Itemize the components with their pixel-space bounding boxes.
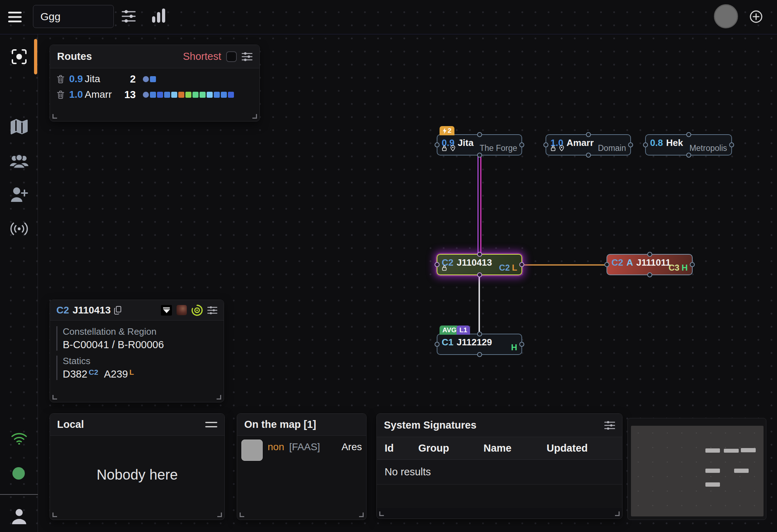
sidebar-item-connection[interactable] bbox=[0, 426, 38, 451]
resize-handle-right[interactable] bbox=[615, 511, 620, 516]
node-handle-top[interactable] bbox=[477, 132, 482, 137]
minimap-panel[interactable] bbox=[627, 418, 766, 520]
column-group[interactable]: Group bbox=[418, 442, 483, 454]
node-handle-bottom[interactable] bbox=[586, 153, 591, 158]
route-destination[interactable]: Amarr bbox=[85, 89, 122, 100]
profile-icon bbox=[11, 509, 27, 524]
node-handle-top[interactable] bbox=[686, 132, 691, 137]
route-jump-segment bbox=[150, 92, 156, 98]
signatures-settings-icon[interactable] bbox=[604, 421, 615, 430]
on-the-map-header[interactable]: On the map [1] bbox=[237, 414, 366, 436]
system-node-amarr[interactable]: 1.0 Amarr Domain bbox=[546, 134, 631, 155]
delete-route-icon[interactable] bbox=[57, 75, 65, 83]
activity-target-icon[interactable] bbox=[191, 305, 203, 316]
route-row-amarr[interactable]: 1.0 Amarr 13 bbox=[50, 87, 259, 102]
edge-j110413-j111011[interactable] bbox=[522, 264, 606, 266]
pilot-name[interactable]: non bbox=[268, 441, 284, 453]
delete-route-icon[interactable] bbox=[57, 91, 65, 99]
system-node-hek[interactable]: 0.8 Hek Metropolis bbox=[645, 134, 732, 155]
panel-title: System Signatures bbox=[384, 419, 476, 431]
map-settings-sliders-icon[interactable] bbox=[122, 10, 136, 23]
route-security: 1.0 bbox=[69, 89, 85, 100]
node-handle-bottom[interactable] bbox=[477, 153, 482, 158]
minimap-node-bar bbox=[724, 449, 739, 453]
user-avatar[interactable] bbox=[714, 4, 738, 28]
sovereignty-flag-icon[interactable] bbox=[161, 305, 172, 316]
node-handle-top[interactable] bbox=[477, 332, 482, 336]
resize-handle-right[interactable] bbox=[217, 513, 222, 517]
copy-icon[interactable] bbox=[114, 306, 121, 315]
resize-handle-left[interactable] bbox=[240, 513, 244, 517]
resize-handle-left[interactable] bbox=[379, 511, 384, 516]
static-code[interactable]: A239 bbox=[104, 368, 128, 380]
node-handle-left[interactable] bbox=[643, 142, 648, 147]
map-name-input[interactable] bbox=[33, 5, 114, 28]
node-handle-left[interactable] bbox=[435, 142, 440, 147]
route-destination[interactable]: Jita bbox=[85, 73, 122, 85]
sidebar-item-broadcast[interactable] bbox=[0, 216, 38, 241]
node-handle-bottom[interactable] bbox=[647, 272, 652, 277]
pilot-portrait[interactable] bbox=[241, 440, 263, 461]
statistics-chart-icon[interactable] bbox=[151, 8, 167, 23]
sidebar-divider bbox=[0, 494, 38, 495]
system-node-j110413-selected[interactable]: C2 J110413 C2 L bbox=[437, 254, 522, 275]
node-handle-top[interactable] bbox=[477, 252, 482, 257]
node-handle-left[interactable] bbox=[604, 262, 609, 267]
edge-jita-j110413-a[interactable] bbox=[477, 155, 479, 255]
resize-handle-right[interactable] bbox=[217, 395, 221, 400]
resize-handle-left[interactable] bbox=[52, 513, 57, 517]
minimap-viewport[interactable] bbox=[631, 426, 764, 516]
node-handle-left[interactable] bbox=[435, 342, 440, 347]
node-handle-top[interactable] bbox=[647, 252, 652, 257]
signatures-column-header[interactable]: Id Group Name Updated bbox=[377, 437, 622, 460]
system-info-header[interactable]: C2 J110413 bbox=[50, 300, 224, 321]
routes-settings-icon[interactable] bbox=[242, 52, 252, 61]
column-id[interactable]: Id bbox=[385, 442, 418, 454]
pilot-row[interactable]: non [FAAS] Ares bbox=[237, 436, 366, 461]
system-effect-thumbnail[interactable] bbox=[177, 305, 187, 315]
node-handle-right[interactable] bbox=[519, 342, 524, 347]
sidebar-item-tracking[interactable] bbox=[0, 44, 38, 69]
resize-handle-left[interactable] bbox=[52, 114, 57, 119]
edge-jita-j110413-b[interactable] bbox=[480, 155, 481, 255]
sidebar-item-map[interactable] bbox=[0, 114, 38, 139]
resize-handle-right[interactable] bbox=[252, 114, 257, 119]
edge-j110413-j112129[interactable] bbox=[479, 275, 480, 334]
system-node-j112129[interactable]: AVG L1 C1 J112129 H bbox=[437, 334, 522, 355]
node-handle-left[interactable] bbox=[435, 262, 440, 267]
resize-handle-right[interactable] bbox=[359, 513, 364, 517]
node-handle-right[interactable] bbox=[519, 142, 524, 147]
local-menu-icon[interactable] bbox=[205, 422, 217, 428]
local-panel-header[interactable]: Local bbox=[50, 414, 224, 436]
shortest-checkbox[interactable] bbox=[226, 51, 237, 62]
node-handle-bottom[interactable] bbox=[477, 272, 482, 277]
static-security: L bbox=[129, 368, 134, 377]
sidebar-item-add-character[interactable] bbox=[0, 182, 38, 207]
system-node-jita[interactable]: 2 0.9 Jita The Forge bbox=[437, 134, 522, 155]
signatures-header[interactable]: System Signatures bbox=[377, 414, 622, 437]
column-updated[interactable]: Updated bbox=[547, 442, 614, 454]
system-node-j111011[interactable]: C2 A J111011 C3 H bbox=[606, 254, 693, 275]
info-settings-icon[interactable] bbox=[207, 306, 217, 315]
static-code[interactable]: D382 bbox=[63, 368, 87, 380]
node-handle-top[interactable] bbox=[586, 132, 591, 137]
resize-handle-left[interactable] bbox=[52, 395, 57, 400]
node-handle-right[interactable] bbox=[519, 262, 524, 267]
sidebar-item-profile[interactable] bbox=[0, 504, 38, 529]
node-handle-bottom[interactable] bbox=[477, 352, 482, 357]
route-mode-label[interactable]: Shortest bbox=[183, 51, 221, 62]
column-name[interactable]: Name bbox=[483, 442, 547, 454]
menu-icon[interactable] bbox=[8, 11, 22, 23]
sidebar-item-characters[interactable] bbox=[0, 149, 38, 174]
node-handle-left[interactable] bbox=[543, 142, 548, 147]
add-map-icon[interactable] bbox=[749, 10, 763, 23]
routes-panel-header[interactable]: Routes Shortest bbox=[50, 45, 259, 68]
route-jump-segment bbox=[192, 92, 199, 98]
route-row-jita[interactable]: 0.9 Jita 2 bbox=[50, 72, 259, 86]
node-handle-bottom[interactable] bbox=[686, 153, 691, 158]
signatures-empty-row: No results bbox=[377, 460, 622, 485]
node-handle-right[interactable] bbox=[729, 142, 734, 147]
l1-badge: L1 bbox=[457, 326, 470, 335]
node-handle-right[interactable] bbox=[690, 262, 695, 267]
node-handle-right[interactable] bbox=[628, 142, 633, 147]
